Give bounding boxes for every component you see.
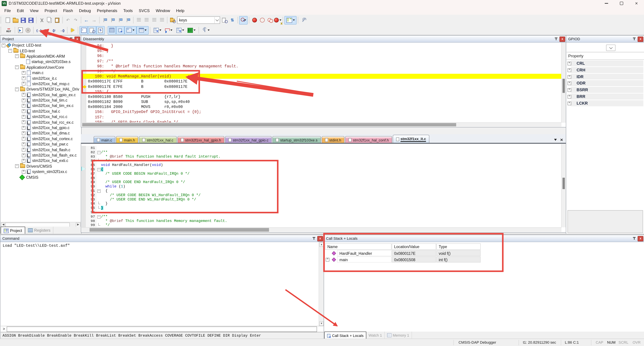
column-header-type[interactable]: Type [436, 243, 481, 250]
editor-line[interactable]: 95} [82, 206, 566, 210]
serial-window-button[interactable] [152, 26, 163, 34]
editor-tab-stm32f1xx_hal_gpio.h[interactable]: stm32f1xx_hal_gpio.h [178, 136, 224, 143]
tree-item[interactable]: −Application/User/Core [1, 64, 81, 70]
pin-icon[interactable] [632, 36, 636, 41]
editor-tab-stm32f1xx_hal.c[interactable]: stm32f1xx_hal.c [139, 136, 177, 143]
command-button-breakdisable[interactable]: BreakDisable [17, 334, 46, 338]
expand-icon[interactable]: + [568, 68, 571, 72]
expand-icon[interactable]: + [22, 104, 26, 108]
expand-icon[interactable]: + [22, 153, 26, 157]
command-button-coverage[interactable]: COVERAGE [164, 334, 184, 338]
menu-project[interactable]: Project [42, 7, 60, 14]
navigate-back-button[interactable]: ← [82, 16, 90, 24]
expand-icon[interactable]: + [568, 95, 571, 99]
tree-item[interactable]: +main.c [1, 70, 81, 76]
bookmark-toggle-button[interactable] [101, 16, 109, 24]
collapse-icon[interactable]: − [15, 54, 19, 58]
search-value[interactable]: keys [178, 18, 214, 22]
breakpoint-margin[interactable] [82, 172, 86, 176]
disassembly-line[interactable]: 96: [82, 53, 566, 58]
registers-window-button[interactable] [108, 26, 116, 34]
disassembly-line[interactable]: 99: */ [82, 69, 566, 74]
command-vertical-scrollbar[interactable]: ▲ ▼ [319, 242, 324, 326]
disassembly-line[interactable]: 0x0800117C E7FF B 0x0800117E [82, 79, 566, 84]
tree-item[interactable]: +stm32f1xx_hal_rcc_ex.c [1, 119, 81, 125]
fold-column[interactable] [96, 176, 101, 180]
fold-column[interactable] [96, 210, 101, 215]
expand-icon[interactable]: + [568, 82, 571, 85]
new-file-button[interactable] [4, 16, 12, 24]
tree-item[interactable]: +stm32f1xx_hal_exti.c [1, 158, 81, 163]
breakpoint-margin[interactable] [82, 184, 86, 189]
gpiod-register-row[interactable]: +CRH [566, 67, 644, 73]
comment-button[interactable] [150, 16, 158, 24]
dock-tab-call-stack-locals[interactable]: Call Stack + Locals [324, 332, 366, 339]
scroll-left-icon[interactable]: ◀ [1, 223, 6, 227]
configure-target-button[interactable] [300, 16, 307, 24]
tab-list-dropdown-icon[interactable] [554, 139, 557, 141]
command-input[interactable] [7, 327, 317, 332]
command-button-display[interactable]: Display [231, 334, 249, 338]
editor-line[interactable]: 93 /* USER CODE END W1_HardFault_IRQn 0 … [82, 197, 566, 202]
fold-column[interactable] [96, 163, 101, 167]
breakpoint-margin[interactable] [82, 219, 86, 223]
breakpoint-margin[interactable] [82, 176, 86, 180]
expand-icon[interactable]: + [22, 159, 26, 163]
tab-registers[interactable]: Registers [25, 227, 54, 234]
tree-item[interactable]: −Project: LED-test [1, 42, 81, 48]
fold-column[interactable] [96, 223, 101, 227]
expand-icon[interactable]: + [22, 170, 26, 174]
tree-item[interactable]: +stm32f1xx_hal_cortex.c [1, 136, 81, 141]
disassembly-line[interactable]: 0x08001180 B580 PUSH {r7,lr} [82, 94, 566, 99]
tree-item[interactable]: +stm32f1xx_hal_gpio.c [1, 125, 81, 131]
disassembly-vertical-scrollbar[interactable] [561, 42, 566, 123]
tree-item[interactable]: +stm32f1xx_it.c [1, 76, 81, 81]
disassembly-line[interactable]: 0x08001182 B090 SUB sp,sp,#0x40 [82, 99, 566, 104]
editor-line[interactable]: 94 } [82, 202, 566, 206]
fold-column[interactable] [96, 193, 101, 197]
disassembly-horizontal-scrollbar[interactable] [82, 122, 562, 127]
editor-line[interactable]: 85void HardFault_Handler(void) [82, 163, 566, 167]
expand-icon[interactable]: + [22, 115, 26, 119]
editor-code-area[interactable]: 8182−/**83 * @brief This function handle… [82, 144, 566, 227]
fold-column[interactable] [96, 146, 101, 150]
undo-button[interactable]: ↶ [64, 16, 72, 24]
command-log-area[interactable]: Load "LED-test\\LED-test.axf" ▲ ▼ [1, 242, 324, 326]
breakpoint-margin[interactable] [82, 215, 86, 219]
command-button-breakkill[interactable]: BreakKill [72, 334, 95, 338]
toolbar-drag-handle[interactable] [1, 27, 3, 33]
unindent-button[interactable] [135, 16, 142, 24]
disassembly-line[interactable]: 94: } [82, 43, 566, 48]
system-viewer-button[interactable] [186, 26, 197, 34]
menu-peripherals[interactable]: Peripherals [94, 7, 120, 14]
editor-line[interactable]: 92 /* USER CODE BEGIN W1_HardFault_IRQn … [82, 193, 566, 197]
expand-icon[interactable]: + [22, 82, 26, 86]
editor-line[interactable]: 84 */ [82, 159, 566, 163]
tree-item[interactable]: −Application/MDK-ARM [1, 54, 81, 59]
fold-column[interactable] [96, 197, 101, 202]
expand-icon[interactable]: + [568, 62, 571, 65]
expand-icon[interactable]: + [22, 148, 26, 152]
menu-svcs[interactable]: SVCS [136, 7, 152, 14]
menu-file[interactable]: File [1, 7, 14, 14]
gpiod-register-row[interactable]: +BRR [566, 93, 644, 100]
tree-item[interactable]: +stm32f1xx_hal_pwr.c [1, 141, 81, 147]
close-panel-icon[interactable]: x [638, 36, 643, 42]
tree-item[interactable]: +stm32f1xx_hal_flash.c [1, 147, 81, 153]
insert-breakpoint-button[interactable] [250, 16, 258, 24]
tree-item[interactable]: startup_stm32f103xe.s [1, 59, 81, 64]
close-panel-icon[interactable]: x [74, 36, 80, 42]
disable-breakpoint-button[interactable] [258, 16, 266, 24]
scroll-right-icon[interactable]: ▶ [76, 223, 80, 227]
editor-line[interactable]: 82−/** [82, 150, 566, 155]
command-button-enter[interactable]: Enter [249, 334, 262, 338]
incremental-find-button[interactable]: ⇅ [228, 16, 236, 24]
fold-column[interactable]: − [96, 167, 101, 172]
editor-line[interactable]: 99 */ [82, 223, 566, 227]
expand-icon[interactable]: + [568, 88, 571, 92]
editor-vertical-scrollbar[interactable] [561, 144, 566, 227]
expand-icon[interactable]: + [568, 75, 571, 79]
breakpoint-margin[interactable] [82, 189, 86, 193]
menu-window[interactable]: Window [153, 7, 173, 14]
expand-icon[interactable]: + [568, 102, 571, 105]
